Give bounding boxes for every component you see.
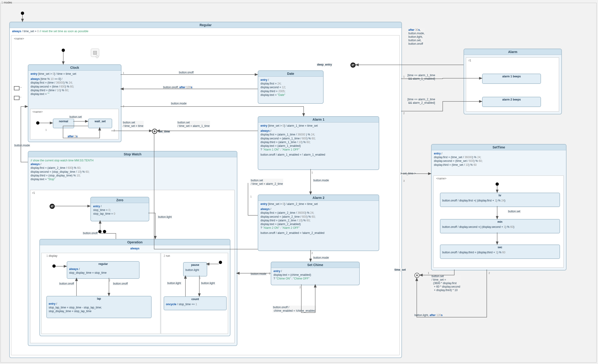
state-pause[interactable]: pause button.light xyxy=(183,262,207,276)
state-hr-body: button.onoff / display.first =( (display… xyxy=(440,198,559,203)
operation-region-display-label: 1 display xyxy=(46,254,57,258)
state-lap-title: lap xyxy=(47,296,151,301)
transition-hr-min: button.set xyxy=(508,210,521,213)
state-wait-set-title: wait_set xyxy=(89,119,112,124)
clock-region-name: <name> xyxy=(33,110,43,113)
priority-1b: 1 xyxy=(45,129,47,131)
state-regular-title: Regular xyxy=(10,22,401,28)
state-min[interactable]: min button.onoff / display.second =( (di… xyxy=(440,219,560,233)
transition-clock-date: button.onoff xyxy=(178,71,194,74)
state-count-body: oncycle / stop_time += 1 xyxy=(164,301,226,307)
priority-1g: 1 xyxy=(269,272,270,275)
state-settime-body: entry / display.first = (time_set / 3600… xyxy=(432,150,566,168)
state-alarm2-title: Alarm 2 xyxy=(258,195,379,201)
state-count-title: count xyxy=(164,297,226,301)
entry-pin-arrow-icon: → xyxy=(19,85,22,89)
transition-alarm1-settime: button.set / time_set = alarm_1_time xyxy=(177,121,210,128)
transition-normal-waitset: button.set xyxy=(69,115,82,119)
priority-2j: 2 xyxy=(489,272,490,274)
stopwatch-region-label: r1 xyxy=(33,191,35,194)
initial-run xyxy=(219,261,222,264)
state-alarm2-beeps-title: alarm 2 beeps xyxy=(482,97,540,102)
transition-guard-alarm1: [time == alarm_1_time && alarm_1_enabled… xyxy=(407,74,436,81)
initial-state-top xyxy=(21,12,24,15)
initial-state-regular xyxy=(62,49,65,52)
operation-region-run-label: 2 run xyxy=(164,254,170,258)
state-normal-title: normal xyxy=(53,119,74,124)
deep-entry-label: deep_entry xyxy=(317,63,332,66)
transition-regular-lap: button.onoff xyxy=(113,282,128,285)
initial-state-clock xyxy=(36,121,39,125)
priority-3a: 3 xyxy=(403,180,405,182)
stop-icon xyxy=(93,51,97,55)
exit-pin-icon xyxy=(14,96,19,100)
transition-setchime-self: button.onoff / chime_enabled = !chime_en… xyxy=(273,306,316,313)
exit-point-set-time-label: set_time xyxy=(158,130,170,133)
state-sec-title: sec xyxy=(440,245,559,250)
state-alarm1-title: Alarm 1 xyxy=(258,117,379,122)
transition-operation-zero: button.onoff xyxy=(83,232,98,235)
transition-guard-alarm2: [time == alarm_2_time && alarm_2_enabled… xyxy=(407,98,436,105)
transition-settime-light: button.light, after 120s xyxy=(414,314,443,317)
bubble-icon xyxy=(96,55,99,58)
state-date-body: entry / display.first = 24; display.seco… xyxy=(258,77,323,98)
transition-date-clock: button.onoff, after 120s xyxy=(163,86,193,89)
state-hr-title: hr xyxy=(440,193,559,198)
transition-alarm-regular: after 30s, button.mode, button.light, bu… xyxy=(408,28,425,46)
state-alarm2-body: entry [time_set > 0] / alarm_2_time = ti… xyxy=(258,201,379,236)
state-zero-title: Zero xyxy=(91,197,149,203)
transition-pause-count: button.light xyxy=(201,282,215,285)
state-regular-sw[interactable]: regular always / stop_display_time = sto… xyxy=(67,261,140,279)
priority-2c: 2 xyxy=(109,279,110,282)
state-regular-body: always / time_set = 0 // reset the set t… xyxy=(10,28,401,34)
state-wait-set[interactable]: wait_set xyxy=(88,119,112,128)
state-sec[interactable]: sec button.onoff / display.third = (disp… xyxy=(440,244,560,259)
state-stopwatch-title: Stop Watch xyxy=(28,151,237,157)
transition-count-pause: button.light xyxy=(167,282,182,285)
state-normal[interactable]: normal xyxy=(53,119,74,128)
state-date-title: Date xyxy=(258,71,323,77)
state-alarm1[interactable]: Alarm 1 entry [time_set > 0] / alarm_1_t… xyxy=(258,116,379,170)
junction-stopwatch-b xyxy=(103,230,106,233)
settime-entry-connector: # set_time > xyxy=(400,172,416,175)
state-sec-body: button.onoff / display.third = (display.… xyxy=(440,250,559,255)
exit-pin-arrow-icon: ← xyxy=(19,95,22,99)
settime-region-name: <name> xyxy=(436,177,446,180)
state-date[interactable]: Date entry / display.first = 24; display… xyxy=(258,70,324,104)
state-operation-keyword: always xyxy=(40,245,230,252)
state-alarm1-beeps[interactable]: alarm 1 beeps xyxy=(482,74,541,84)
transition-waitset-normal: after 2s xyxy=(67,135,78,138)
transition-waitset-settime: button.set / time_set = time xyxy=(122,121,144,128)
state-setchime[interactable]: Set Chime entry / display.text = (chime_… xyxy=(271,262,360,285)
state-count[interactable]: count oncycle / stop_time += 1 xyxy=(164,296,227,310)
state-alarm2-beeps[interactable]: alarm 2 beeps xyxy=(482,97,541,107)
state-clock-body: entry [time_set > 0] / time = time_set a… xyxy=(28,71,121,97)
priority-1f: 1 xyxy=(250,195,252,198)
state-lap[interactable]: lap entry / stop_lap_time = stop_time - … xyxy=(46,296,152,318)
exit-point-set-time: ⊗ xyxy=(152,129,157,134)
state-min-title: min xyxy=(440,219,559,224)
alarm-region-label: r1 xyxy=(469,59,471,62)
priority-2g: 2 xyxy=(299,286,301,289)
state-min-body: button.onoff / display.second =( (displa… xyxy=(440,224,559,230)
transition-stopwatch-clock: button.mode xyxy=(14,144,30,147)
time-set-history-label: time_set xyxy=(394,268,406,272)
state-zero[interactable]: Zero entry / stop_time = 0; stop_lap_tim… xyxy=(90,197,149,221)
transition-settime-set-exit: button.set / time_set = (3600 * display.… xyxy=(431,275,461,292)
state-lap-body: entry / stop_lap_time = stop_time - stop… xyxy=(47,301,151,314)
state-hr[interactable]: hr button.onoff / display.first =( (disp… xyxy=(440,193,560,207)
simulation-button[interactable] xyxy=(91,49,99,57)
priority-2e: 2 xyxy=(312,252,313,254)
priority-2b: 2 xyxy=(114,129,115,132)
transition-alarm2-setchime: button.mode xyxy=(313,256,329,259)
diagram-canvas: 1 modes Regular always / time_set = 0 //… xyxy=(0,0,598,364)
state-alarm-title: Alarm xyxy=(464,49,561,55)
state-alarm2[interactable]: Alarm 2 entry [time_set > 0] / alarm_2_t… xyxy=(258,194,379,251)
state-regular-sw-body: always / stop_display_time = stop_time xyxy=(67,266,139,275)
transition-lap-regular: button.onoff xyxy=(59,282,75,285)
priority-2d: 2 xyxy=(208,264,209,266)
state-setchime-title: Set Chime xyxy=(271,262,359,268)
state-setchime-body: entry / display.text = (chime_enabled) ?… xyxy=(271,268,359,282)
state-clock-title: Clock xyxy=(28,65,121,71)
state-operation-title: Operation xyxy=(40,239,230,245)
